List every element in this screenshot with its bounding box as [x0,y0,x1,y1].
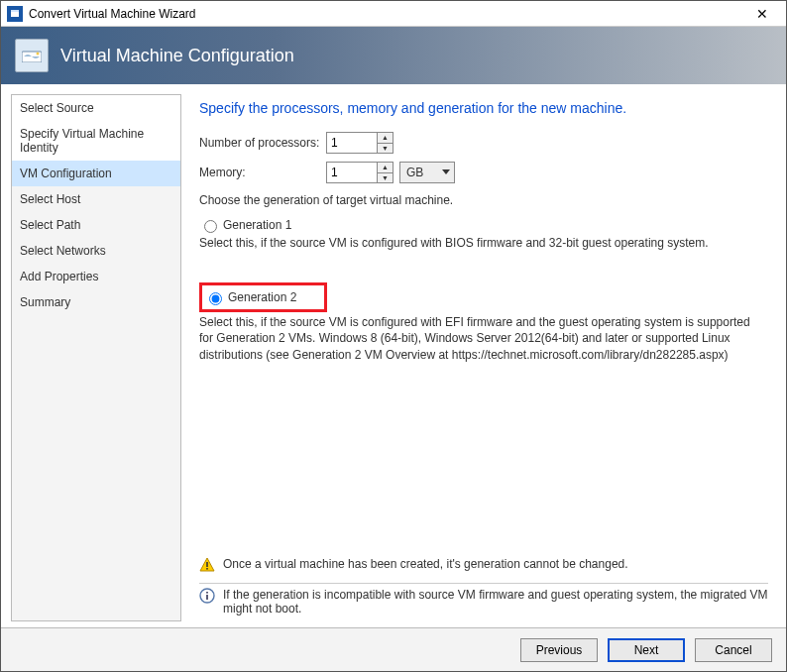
wizard-body: Select Source Specify Virtual Machine Id… [1,84,786,627]
spinner-down-icon[interactable]: ▼ [378,144,393,154]
processors-spinner[interactable]: ▲ ▼ [326,132,394,154]
spinner-down-icon[interactable]: ▼ [378,173,393,183]
processors-label: Number of processors: [199,136,326,150]
spinner-up-icon[interactable]: ▲ [378,133,393,144]
gen2-label: Generation 2 [228,290,296,304]
step-vm-configuration[interactable]: VM Configuration [12,161,180,186]
svg-point-3 [37,53,40,56]
step-specify-identity[interactable]: Specify Virtual Machine Identity [12,121,180,161]
content-heading: Specify the processors, memory and gener… [199,100,768,116]
wizard-footer: Previous Next Cancel [1,627,786,671]
generation-intro: Choose the generation of target virtual … [199,193,768,207]
step-add-properties[interactable]: Add Properties [12,264,180,289]
content-pane: Specify the processors, memory and gener… [181,94,776,621]
gen1-radio[interactable] [204,220,217,233]
info-text: If the generation is incompatible with s… [223,588,768,616]
titlebar: Convert Virtual Machine Wizard ✕ [1,1,786,27]
vm-icon [15,39,49,72]
processors-input[interactable] [327,133,377,153]
page-title: Virtual Machine Configuration [60,46,294,66]
steps-sidebar: Select Source Specify Virtual Machine Id… [11,94,181,621]
memory-spinner[interactable]: ▲ ▼ [326,162,394,183]
gen2-highlight-box: Generation 2 [199,282,327,312]
gen1-label: Generation 1 [223,218,291,232]
step-select-networks[interactable]: Select Networks [12,238,180,264]
step-select-host[interactable]: Select Host [12,186,180,212]
close-button[interactable]: ✕ [744,6,780,22]
gen2-radio[interactable] [209,292,222,305]
svg-rect-8 [206,592,208,594]
warning-text: Once a virtual machine has been created,… [223,557,628,571]
memory-unit-combo[interactable]: GB [399,162,455,183]
svg-rect-5 [206,568,208,570]
gen2-description: Select this, if the source VM is configu… [199,314,754,363]
step-select-source[interactable]: Select Source [12,95,180,121]
svg-rect-7 [206,595,208,600]
app-icon [7,6,23,22]
next-button[interactable]: Next [608,638,685,662]
chevron-down-icon [442,169,450,175]
memory-unit-value: GB [406,166,423,179]
step-select-path[interactable]: Select Path [12,212,180,238]
svg-rect-0 [11,12,19,17]
processors-row: Number of processors: ▲ ▼ [199,132,768,154]
spinner-up-icon[interactable]: ▲ [378,163,393,173]
processors-spinner-arrows: ▲ ▼ [377,133,393,153]
svg-rect-4 [206,562,208,567]
gen1-radio-row: Generation 1 [199,217,768,233]
warning-row: Once a virtual machine has been created,… [199,557,768,584]
wizard-window: Convert Virtual Machine Wizard ✕ Virtual… [0,0,787,672]
info-icon [199,588,215,604]
previous-button[interactable]: Previous [520,638,598,662]
memory-spinner-arrows: ▲ ▼ [377,163,393,182]
banner: Virtual Machine Configuration [1,27,786,84]
warning-icon [199,557,215,573]
info-row: If the generation is incompatible with s… [199,588,768,616]
memory-input[interactable] [327,163,377,182]
memory-row: Memory: ▲ ▼ GB [199,162,768,183]
step-summary[interactable]: Summary [12,289,180,315]
cancel-button[interactable]: Cancel [695,638,772,662]
memory-label: Memory: [199,166,326,179]
svg-rect-1 [11,10,19,12]
gen1-description: Select this, if the source VM is configu… [199,235,754,251]
window-title: Convert Virtual Machine Wizard [29,7,744,21]
